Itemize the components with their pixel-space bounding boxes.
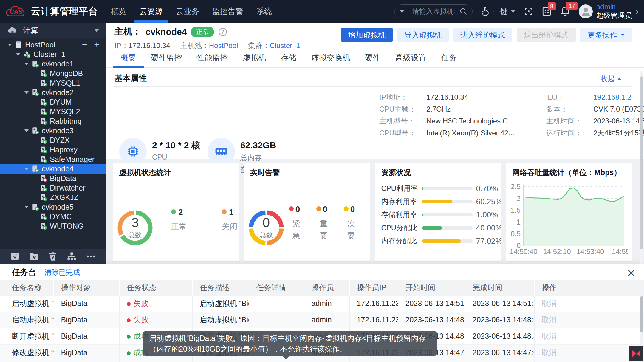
legend-value: 0	[316, 205, 328, 214]
action-button-更多操作[interactable]: 更多操作	[580, 28, 632, 42]
tree-item-BigData[interactable]: BigData	[0, 174, 106, 183]
tree-item-ZXGKJZ[interactable]: ZXGKJZ	[0, 193, 106, 202]
topology-button[interactable]	[67, 252, 76, 261]
cancel-action[interactable]: 取消	[542, 348, 557, 357]
add-vm-button[interactable]	[10, 252, 20, 261]
host-icon	[31, 89, 39, 96]
tab-性能监控[interactable]: 性能监控	[197, 48, 228, 67]
tree-item-HostPool[interactable]: HostPool−+	[0, 40, 106, 49]
cell-action[interactable]: 取消	[534, 312, 644, 328]
column-header-开始时间[interactable]: 开始时间	[398, 280, 465, 295]
alert-count-badge: 17	[566, 2, 578, 10]
sidebar-section-selector[interactable]: 计算	[0, 23, 106, 38]
column-header-任务详情[interactable]: 任务详情	[249, 280, 304, 295]
one-click-menu[interactable]: 一键	[481, 7, 515, 16]
tree-caret-icon[interactable]	[24, 91, 29, 94]
cancel-action[interactable]: 取消	[542, 332, 557, 340]
action-button-进入维护模式[interactable]: 进入维护模式	[453, 28, 512, 42]
tree-caret-icon[interactable]	[24, 206, 29, 208]
cell-action[interactable]: 取消	[534, 328, 644, 344]
task-list-button[interactable]: 8	[542, 6, 552, 16]
cell-action[interactable]: 取消	[534, 295, 644, 312]
column-header-任务名称[interactable]: 任务名称	[0, 280, 54, 295]
tree-item-MYSQL2[interactable]: MYSQL2	[0, 107, 106, 116]
cell-action[interactable]: 取消	[534, 344, 644, 361]
vm-search[interactable]	[394, 4, 473, 18]
column-header-完成时间[interactable]: 完成时间	[465, 280, 534, 295]
tree-item-DYZX[interactable]: DYZX	[0, 135, 106, 145]
tab-任务[interactable]: 任务	[441, 48, 457, 67]
tree-item-Haproxy[interactable]: Haproxy	[0, 145, 106, 154]
tree-item-WUTONG[interactable]: WUTONG	[0, 221, 106, 231]
tree-item-cvknode1[interactable]: cvknode1	[0, 59, 106, 69]
legend-label: 次要	[347, 218, 356, 242]
tab-虚拟机[interactable]: 虚拟机	[243, 48, 266, 67]
tab-硬件[interactable]: 硬件	[365, 48, 380, 67]
column-header-任务状态[interactable]: 任务状态	[119, 280, 192, 295]
menu-item-云资源[interactable]: 云资源	[138, 0, 164, 23]
menu-item-概览[interactable]: 概览	[110, 0, 128, 23]
tree-caret-icon[interactable]	[24, 63, 29, 65]
more-actions-button[interactable]	[86, 252, 96, 261]
collapse-all-button[interactable]: −	[82, 40, 88, 49]
close-icon[interactable]: ×	[627, 265, 635, 281]
vm-icon	[39, 79, 47, 87]
tab-概要[interactable]: 概要	[120, 48, 136, 67]
expand-all-button[interactable]: +	[94, 40, 100, 49]
tree-item-cvknode3[interactable]: cvknode3	[0, 126, 106, 135]
user-menu[interactable]: admin 超级管理员 ›	[579, 3, 639, 20]
search-scope-caret-icon[interactable]	[400, 10, 404, 13]
tree-caret-icon[interactable]	[24, 168, 29, 170]
tree-item-cvknode2[interactable]: cvknode2	[0, 88, 106, 97]
tree-item-DYUM[interactable]: DYUM	[0, 97, 106, 107]
notifications-button[interactable]: 17	[560, 6, 570, 17]
tree-caret-icon[interactable]	[8, 44, 12, 46]
floating-widget-button[interactable]	[629, 346, 643, 361]
search-icon[interactable]	[459, 7, 467, 16]
tree-item-MYSQL1[interactable]: MYSQL1	[0, 78, 106, 88]
legend-dot-icon	[344, 206, 349, 211]
column-header-操作[interactable]: 操作	[534, 280, 644, 295]
cancel-action[interactable]: 取消	[542, 315, 557, 324]
tree-caret-icon[interactable]	[24, 129, 29, 132]
tree-item-cvknode5[interactable]: cvknode5	[0, 202, 106, 212]
chevron-right-icon[interactable]: ›	[636, 7, 639, 16]
column-header-操作员[interactable]: 操作员	[304, 280, 349, 295]
main-scrollbar[interactable]	[640, 70, 643, 264]
vm-search-input[interactable]	[412, 7, 456, 16]
tree-item-SafeManager[interactable]: SafeManager	[0, 154, 106, 164]
column-header-操作对象[interactable]: 操作对象	[54, 280, 119, 295]
section-caret-icon	[94, 29, 99, 32]
property-value[interactable]: 192.168.1.2	[593, 93, 631, 101]
menu-item-监控告警[interactable]: 监控告警	[211, 0, 244, 23]
menu-item-云业务[interactable]: 云业务	[175, 0, 200, 23]
vm-folder-button[interactable]	[30, 252, 39, 261]
menu-item-系统[interactable]: 系统	[255, 0, 273, 23]
vm-status-legend: 2正常1关闭	[171, 208, 237, 232]
tree-item-MongoDB[interactable]: MongoDB	[0, 69, 106, 78]
tab-存储[interactable]: 存储	[281, 48, 296, 67]
tab-高级设置[interactable]: 高级设置	[395, 48, 426, 67]
tree-item-Cluster_1[interactable]: Cluster_1	[0, 49, 106, 59]
fullscreen-button[interactable]	[524, 7, 533, 16]
tree-item-label: cvknode5	[42, 203, 74, 211]
help-icon[interactable]: ?	[218, 27, 227, 36]
tab-硬件监控[interactable]: 硬件监控	[151, 48, 182, 67]
tree-item-Dirwatcher[interactable]: Dirwatcher	[0, 183, 106, 193]
main-scrollbar-thumb[interactable]	[640, 76, 643, 249]
tab-虚拟交换机[interactable]: 虚拟交换机	[311, 48, 350, 67]
cancel-action[interactable]: 取消	[542, 299, 557, 307]
tree-item-DYMC[interactable]: DYMC	[0, 212, 106, 221]
action-button-导入虚拟机[interactable]: 导入虚拟机	[397, 28, 449, 42]
clear-completed-link[interactable]: 清除已完成	[44, 267, 80, 277]
action-button-增加虚拟机[interactable]: 增加虚拟机	[341, 28, 393, 42]
tree-item-Rabbitmq[interactable]: Rabbitmq	[0, 116, 106, 126]
column-header-操作员IP[interactable]: 操作员IP	[349, 280, 398, 295]
collapse-link[interactable]: 收起	[600, 74, 621, 83]
vm-recycle-bin-button[interactable]	[49, 252, 57, 261]
column-header-任务描述[interactable]: 任务描述	[192, 280, 249, 295]
legend-item-次要: 0次要	[344, 205, 357, 242]
tree-caret-icon[interactable]	[16, 53, 20, 56]
task-scrollbar-thumb[interactable]	[640, 296, 643, 332]
tree-item-cvknode4[interactable]: cvknode4	[0, 164, 106, 174]
